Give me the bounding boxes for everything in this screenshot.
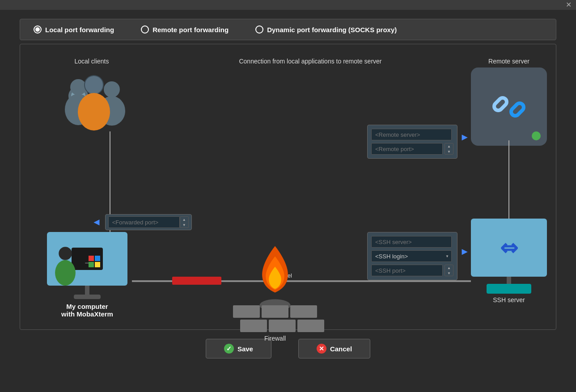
remote-server-label: Remote server (471, 58, 547, 65)
radio-remote[interactable]: Remote port forwarding (141, 25, 229, 34)
person-silhouette (50, 245, 81, 286)
forwarded-port-input[interactable] (108, 216, 180, 228)
server-box (471, 67, 547, 146)
svg-point-13 (59, 247, 72, 260)
colored-squares-icon (89, 256, 101, 268)
svg-point-8 (78, 93, 110, 131)
spinner-down-3[interactable]: ▼ (445, 270, 453, 276)
remote-inputs-group: ▲ ▼ ► (367, 125, 457, 159)
arrow-right-ssh: ► (460, 246, 470, 257)
save-label: Save (237, 345, 253, 353)
my-computer-label: My computer with MobaXterm (47, 303, 127, 318)
brick-row-2 (240, 320, 324, 332)
monitor-stand (507, 277, 511, 284)
link-chain-icon (489, 87, 529, 127)
radio-circle-local (34, 25, 42, 34)
double-arrow-icon: ⇔ (500, 235, 518, 260)
save-icon: ✓ (224, 344, 234, 354)
spinner-up-2[interactable]: ▲ (445, 143, 453, 149)
my-computer-group: _ My computer (47, 232, 127, 318)
monitor-connector (487, 284, 531, 294)
remote-server-field-row (371, 129, 453, 140)
red-block (172, 277, 221, 285)
radio-remote-label: Remote port forwarding (152, 26, 229, 34)
ssh-port-field[interactable] (371, 265, 443, 276)
local-clients-group: Local clients (47, 58, 136, 138)
radio-circle-remote (141, 25, 149, 34)
firewall-group: Firewall (226, 241, 324, 342)
svg-rect-17 (509, 101, 525, 117)
brick-6 (297, 320, 324, 332)
spinner-up[interactable]: ▲ (180, 217, 188, 222)
svg-rect-10 (95, 256, 100, 261)
svg-point-4 (104, 81, 120, 97)
brick-5 (269, 320, 296, 332)
remote-port-spinner[interactable]: ▲ ▼ (445, 143, 453, 155)
radio-local[interactable]: Local port forwarding (34, 25, 114, 34)
svg-point-2 (70, 79, 86, 95)
forwarded-port-input-group: ▲ ▼ (105, 214, 192, 230)
ssh-server-field[interactable] (371, 236, 452, 248)
radio-dynamic[interactable]: Dynamic port forwarding (SOCKS proxy) (255, 25, 397, 34)
brick-3 (290, 305, 317, 318)
spinner-down-2[interactable]: ▼ (445, 149, 453, 154)
my-computer-line1: My computer (66, 303, 108, 310)
firewall-bricks (226, 305, 324, 332)
ssh-monitor: ⇔ (471, 219, 547, 277)
ssh-server-display: ⇔ SSH server (471, 219, 547, 303)
radio-local-label: Local port forwarding (45, 26, 114, 34)
ssh-login-select-wrapper: <SSH login> (371, 250, 452, 262)
forwarded-port-spinner[interactable]: ▲ ▼ (180, 216, 189, 228)
arrow-left-forwarded: ◄ (92, 216, 102, 228)
radio-circle-dynamic (255, 25, 263, 34)
remote-server-group: Remote server (471, 58, 547, 146)
green-dot (532, 131, 541, 140)
brick-1 (233, 305, 260, 318)
cancel-icon: ✕ (317, 344, 326, 354)
svg-rect-11 (89, 262, 94, 267)
ssh-login-field-row: <SSH login> (371, 250, 453, 262)
ssh-server-field-row (371, 236, 453, 248)
svg-point-7 (85, 76, 103, 94)
cancel-label: Cancel (330, 345, 352, 353)
svg-rect-12 (95, 262, 100, 267)
spinner-down[interactable]: ▼ (180, 222, 188, 228)
diagram-area: Connection from local applications to re… (20, 44, 556, 330)
brick-row-1 (233, 305, 317, 318)
local-clients-label: Local clients (47, 58, 136, 65)
ssh-port-spinner[interactable]: ▲ ▼ (445, 265, 453, 276)
dialog: Local port forwarding Remote port forwar… (20, 19, 556, 358)
svg-rect-16 (492, 96, 508, 112)
computer-base (74, 295, 101, 299)
svg-rect-9 (89, 256, 94, 261)
computer-screen: _ (47, 232, 127, 286)
radio-dynamic-label: Dynamic port forwarding (SOCKS proxy) (267, 26, 397, 34)
arrow-right-remote: ► (460, 131, 470, 143)
svg-point-14 (55, 260, 76, 286)
brick-2 (262, 305, 288, 318)
top-bar: ✕ (0, 0, 576, 10)
forwarded-port-group: ◄ ▲ ▼ (92, 214, 192, 230)
firewall-label: Firewall (226, 335, 324, 342)
close-button[interactable]: ✕ (566, 1, 572, 8)
remote-port-field-row: ▲ ▼ (371, 143, 453, 155)
flame-icon (248, 241, 302, 308)
remote-server-field[interactable] (371, 129, 452, 140)
connection-description: Connection from local applications to re… (154, 58, 466, 65)
brick-4 (240, 320, 267, 332)
computer-stand (85, 286, 89, 295)
ssh-login-field[interactable]: <SSH login> (371, 250, 452, 262)
people-icon (47, 65, 136, 136)
remote-port-field[interactable] (371, 143, 443, 155)
radio-options-bar: Local port forwarding Remote port forwar… (20, 19, 556, 40)
ssh-port-field-row: ▲ ▼ (371, 265, 453, 276)
ssh-inputs-group: <SSH login> ▲ ▼ ► (367, 232, 457, 280)
my-computer-line2: with MobaXterm (61, 310, 113, 318)
ssh-server-label: SSH server (471, 296, 547, 303)
spinner-up-3[interactable]: ▲ (445, 265, 453, 270)
